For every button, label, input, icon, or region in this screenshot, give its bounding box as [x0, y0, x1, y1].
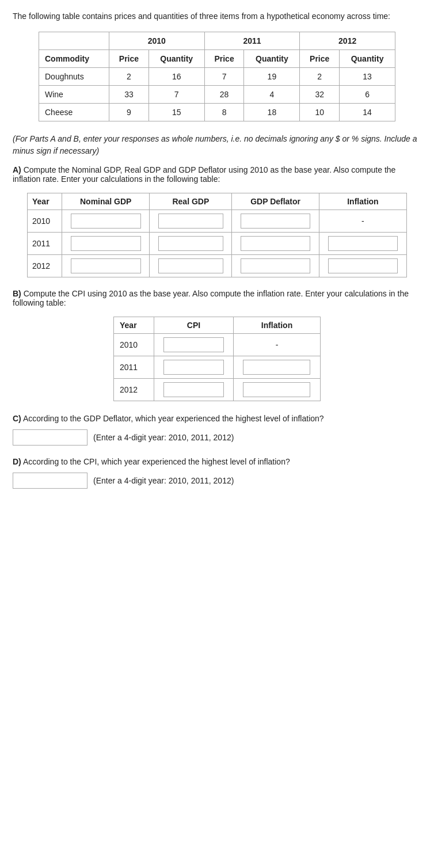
part-d-answer-row: (Enter a 4-digit year: 2010, 2011, 2012): [13, 473, 421, 489]
gdp-deflator-2012-input[interactable]: [241, 258, 310, 273]
gdp-real-2012-cell[interactable]: [150, 255, 232, 277]
part-d-section: D) According to the CPI, which year expe…: [13, 456, 421, 489]
doughnuts-price-2011: 7: [204, 68, 244, 86]
gdp-deflator-2010-cell[interactable]: [232, 210, 319, 233]
year-2012-header: 2012: [300, 32, 395, 50]
commodity-wine: Wine: [39, 86, 109, 104]
gdp-nominal-2012-input[interactable]: [71, 258, 141, 273]
part-d-hint: (Enter a 4-digit year: 2010, 2011, 2012): [93, 476, 234, 485]
wine-price-2010: 33: [109, 86, 149, 104]
cpi-row-2012: 2012: [114, 379, 321, 401]
part-a-text: Compute the Nominal GDP, Real GDP and GD…: [13, 165, 395, 184]
cpi-cpi-2011-cell[interactable]: [154, 356, 234, 379]
cpi-year-2012: 2012: [114, 379, 154, 401]
part-c-label: C): [13, 414, 21, 423]
part-b-text: Compute the CPI using 2010 as the base y…: [13, 289, 409, 307]
gdp-real-col: Real GDP: [150, 193, 232, 210]
part-c-section: C) According to the GDP Deflator, which …: [13, 413, 421, 446]
gdp-year-2011: 2011: [28, 233, 62, 255]
doughnuts-price-2012: 2: [300, 68, 340, 86]
commodity-header: [39, 32, 109, 50]
cpi-inflation-2011-input[interactable]: [243, 360, 310, 375]
cheese-qty-2012: 14: [340, 104, 395, 121]
gdp-year-2010: 2010: [28, 210, 62, 233]
cpi-inflation-2011-cell[interactable]: [233, 356, 320, 379]
gdp-inflation-2011-input[interactable]: [328, 236, 398, 251]
cpi-cpi-col: CPI: [154, 317, 234, 334]
table-row: Doughnuts 2 16 7 19 2 13: [39, 68, 395, 86]
cpi-cpi-2010-cell[interactable]: [154, 334, 234, 356]
cpi-row-2010: 2010 -: [114, 334, 321, 356]
price-2010-col: Price: [109, 50, 149, 68]
gdp-year-col: Year: [28, 193, 62, 210]
year-2010-header: 2010: [109, 32, 205, 50]
gdp-real-2012-input[interactable]: [158, 258, 223, 273]
gdp-real-2011-input[interactable]: [158, 236, 223, 251]
gdp-table-section: Year Nominal GDP Real GDP GDP Deflator I…: [13, 193, 421, 277]
gdp-deflator-col: GDP Deflator: [232, 193, 319, 210]
part-c-answer-row: (Enter a 4-digit year: 2010, 2011, 2012): [13, 429, 421, 446]
cpi-cpi-2011-input[interactable]: [163, 360, 224, 375]
gdp-nominal-2010-cell[interactable]: [62, 210, 150, 233]
cheese-price-2010: 9: [109, 104, 149, 121]
doughnuts-qty-2010: 16: [149, 68, 204, 86]
part-c-answer-input[interactable]: [13, 429, 87, 446]
gdp-inflation-2012-cell[interactable]: [319, 255, 406, 277]
cpi-inflation-2012-input[interactable]: [243, 382, 310, 397]
wine-price-2011: 28: [204, 86, 244, 104]
commodity-cheese: Cheese: [39, 104, 109, 121]
part-c-text: According to the GDP Deflator, which yea…: [23, 414, 324, 423]
price-2011-col: Price: [204, 50, 244, 68]
table-row: Cheese 9 15 8 18 10 14: [39, 104, 395, 121]
commodity-doughnuts: Doughnuts: [39, 68, 109, 86]
gdp-real-2010-cell[interactable]: [150, 210, 232, 233]
instructions-text: (For Parts A and B, enter your responses…: [13, 133, 421, 157]
commodity-col-label: Commodity: [39, 50, 109, 68]
part-d-question: D) According to the CPI, which year expe…: [13, 456, 421, 468]
gdp-deflator-2012-cell[interactable]: [232, 255, 319, 277]
part-c-hint: (Enter a 4-digit year: 2010, 2011, 2012): [93, 433, 234, 442]
qty-2012-col: Quantity: [340, 50, 395, 68]
part-d-answer-input[interactable]: [13, 473, 87, 489]
gdp-real-2011-cell[interactable]: [150, 233, 232, 255]
cheese-qty-2011: 18: [244, 104, 300, 121]
cpi-cpi-2012-input[interactable]: [163, 382, 224, 397]
cpi-table: Year CPI Inflation 2010 - 2011: [113, 317, 321, 401]
doughnuts-qty-2012: 13: [340, 68, 395, 86]
gdp-nominal-2011-input[interactable]: [71, 236, 141, 251]
gdp-real-2010-input[interactable]: [158, 214, 223, 229]
table-row: Wine 33 7 28 4 32 6: [39, 86, 395, 104]
doughnuts-qty-2011: 19: [244, 68, 300, 86]
cheese-price-2011: 8: [204, 104, 244, 121]
cpi-year-col: Year: [114, 317, 154, 334]
price-2012-col: Price: [300, 50, 340, 68]
cpi-year-2010: 2010: [114, 334, 154, 356]
gdp-row-2010: 2010 -: [28, 210, 407, 233]
gdp-nominal-2010-input[interactable]: [71, 214, 141, 229]
gdp-year-2012: 2012: [28, 255, 62, 277]
data-table-section: 2010 2011 2012 Commodity Price Quantity …: [13, 32, 421, 121]
wine-qty-2010: 7: [149, 86, 204, 104]
gdp-inflation-2011-cell[interactable]: [319, 233, 406, 255]
gdp-nominal-2011-cell[interactable]: [62, 233, 150, 255]
qty-2011-col: Quantity: [244, 50, 300, 68]
gdp-nominal-2012-cell[interactable]: [62, 255, 150, 277]
doughnuts-price-2010: 2: [109, 68, 149, 86]
cpi-cpi-2012-cell[interactable]: [154, 379, 234, 401]
wine-qty-2012: 6: [340, 86, 395, 104]
cpi-cpi-2010-input[interactable]: [163, 337, 224, 352]
gdp-deflator-2011-input[interactable]: [241, 236, 310, 251]
gdp-inflation-2012-input[interactable]: [328, 258, 398, 273]
qty-2010-col: Quantity: [149, 50, 204, 68]
gdp-deflator-2011-cell[interactable]: [232, 233, 319, 255]
part-b-label: B): [13, 289, 21, 298]
part-d-label: D): [13, 457, 21, 466]
cpi-table-section: Year CPI Inflation 2010 - 2011: [13, 317, 421, 401]
gdp-nominal-col: Nominal GDP: [62, 193, 150, 210]
cpi-year-2011: 2011: [114, 356, 154, 379]
cpi-inflation-2012-cell[interactable]: [233, 379, 320, 401]
part-b-header: B) Compute the CPI using 2010 as the bas…: [13, 289, 421, 307]
gdp-inflation-2010-dash: -: [319, 210, 406, 233]
gdp-inflation-col: Inflation: [319, 193, 406, 210]
gdp-deflator-2010-input[interactable]: [241, 214, 310, 229]
